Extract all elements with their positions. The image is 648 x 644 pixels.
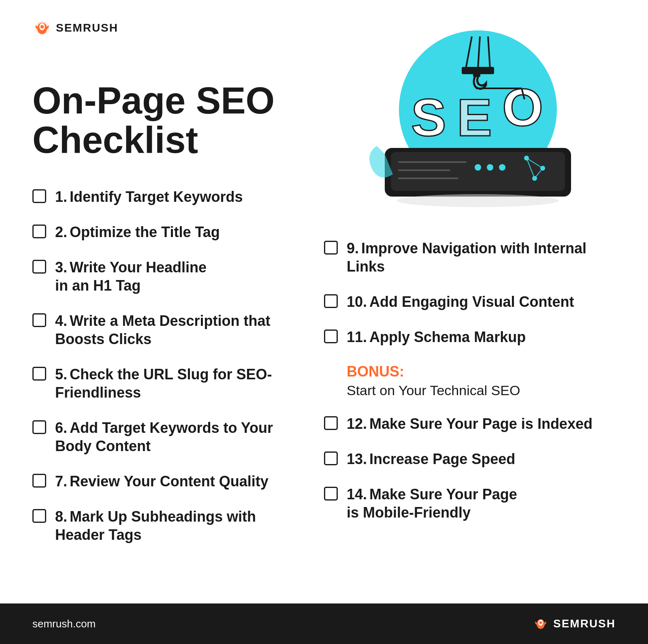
item-text-4: 4.Write a Meta Description thatBoosts Cl… <box>55 312 270 348</box>
right-column: S E O <box>324 24 616 579</box>
left-checklist-item-5: 5.Check the URL Slug for SEO-Friendlines… <box>32 365 308 402</box>
right-checklist-item-9: 9.Improve Navigation with InternalLinks <box>324 239 616 276</box>
svg-point-29 <box>397 194 559 207</box>
left-checklist: 1.Identify Target Keywords 2.Optimize th… <box>32 188 308 544</box>
svg-point-32 <box>539 621 542 624</box>
svg-point-22 <box>499 164 505 171</box>
item-text-6: 6.Add Target Keywords to YourBody Conten… <box>55 419 273 455</box>
item-text-3: 3.Write Your Headlinein an H1 Tag <box>55 258 207 295</box>
item-text-5: 5.Check the URL Slug for SEO-Friendlines… <box>55 365 272 402</box>
checkbox-b3[interactable] <box>324 487 338 501</box>
right-item-text-11: 11.Apply Schema Markup <box>347 328 526 346</box>
right-item-text-9: 9.Improve Navigation with InternalLinks <box>347 239 586 276</box>
footer-logo-icon <box>532 617 549 630</box>
checkbox-5[interactable] <box>32 367 46 381</box>
bonus-item-text-13: 13.Increase Page Speed <box>347 450 515 468</box>
right-checklist-area: 9.Improve Navigation with InternalLinks … <box>324 231 616 539</box>
item-text-1: 1.Identify Target Keywords <box>55 188 243 206</box>
left-checklist-item-1: 1.Identify Target Keywords <box>32 188 308 206</box>
bonus-item-text-12: 12.Make Sure Your Page is Indexed <box>347 415 593 433</box>
checkbox-2[interactable] <box>32 225 46 238</box>
checkbox-r1[interactable] <box>324 241 338 255</box>
left-checklist-item-2: 2.Optimize the Title Tag <box>32 223 308 241</box>
footer-logo: SEMRUSH <box>532 617 616 630</box>
footer-url: semrush.com <box>32 618 96 630</box>
bonus-checklist-item-14: 14.Make Sure Your Pageis Mobile-Friendly <box>324 485 616 522</box>
checkbox-8[interactable] <box>32 509 46 523</box>
main-content: SEMRUSH On-Page SEO Checklist 1.Identify… <box>0 0 648 603</box>
right-checklist: 9.Improve Navigation with InternalLinks … <box>324 239 616 346</box>
bonus-section: BONUS: Start on Your Technical SEO <box>324 363 616 398</box>
left-column: On-Page SEO Checklist 1.Identify Target … <box>32 24 324 579</box>
right-item-text-10: 10.Add Engaging Visual Content <box>347 293 574 311</box>
right-checklist-item-11: 11.Apply Schema Markup <box>324 328 616 346</box>
checkbox-3[interactable] <box>32 260 46 274</box>
checkbox-7[interactable] <box>32 474 46 488</box>
checkbox-r2[interactable] <box>324 294 338 308</box>
svg-point-20 <box>475 164 481 171</box>
svg-text:S: S <box>411 88 446 147</box>
item-text-2: 2.Optimize the Title Tag <box>55 223 220 241</box>
svg-point-21 <box>487 164 493 171</box>
svg-rect-9 <box>473 72 480 77</box>
bonus-checklist: 12.Make Sure Your Page is Indexed 13.Inc… <box>324 415 616 522</box>
checkbox-b2[interactable] <box>324 451 338 465</box>
seo-illustration: S E O <box>324 24 616 219</box>
checkbox-4[interactable] <box>32 313 46 327</box>
left-checklist-item-7: 7.Review Your Content Quality <box>32 472 308 490</box>
bonus-text: Start on Your Technical SEO <box>347 383 520 398</box>
page-title: On-Page SEO Checklist <box>32 81 308 159</box>
checkbox-b1[interactable] <box>324 416 338 430</box>
checkbox-1[interactable] <box>32 189 46 203</box>
checkbox-6[interactable] <box>32 420 46 434</box>
svg-point-3 <box>40 25 44 28</box>
logo-text: SEMRUSH <box>56 21 118 34</box>
semrush-logo-icon <box>32 20 52 36</box>
footer: semrush.com SEMRUSH <box>0 603 648 644</box>
bonus-label: BONUS: <box>347 363 616 380</box>
item-text-7: 7.Review Your Content Quality <box>55 472 269 490</box>
checkbox-r3[interactable] <box>324 329 338 343</box>
svg-text:E: E <box>457 88 492 147</box>
svg-text:O: O <box>502 78 543 137</box>
left-checklist-item-4: 4.Write a Meta Description thatBoosts Cl… <box>32 312 308 348</box>
bonus-checklist-item-13: 13.Increase Page Speed <box>324 450 616 468</box>
item-text-8: 8.Mark Up Subheadings withHeader Tags <box>55 507 256 544</box>
logo-area: SEMRUSH <box>32 20 118 36</box>
bonus-checklist-item-12: 12.Make Sure Your Page is Indexed <box>324 415 616 433</box>
left-checklist-item-8: 8.Mark Up Subheadings withHeader Tags <box>32 507 308 544</box>
left-checklist-item-6: 6.Add Target Keywords to YourBody Conten… <box>32 419 308 455</box>
right-checklist-item-10: 10.Add Engaging Visual Content <box>324 293 616 311</box>
bonus-item-text-14: 14.Make Sure Your Pageis Mobile-Friendly <box>347 485 517 522</box>
footer-logo-text: SEMRUSH <box>553 617 616 630</box>
svg-rect-16 <box>391 152 565 191</box>
left-checklist-item-3: 3.Write Your Headlinein an H1 Tag <box>32 258 308 295</box>
